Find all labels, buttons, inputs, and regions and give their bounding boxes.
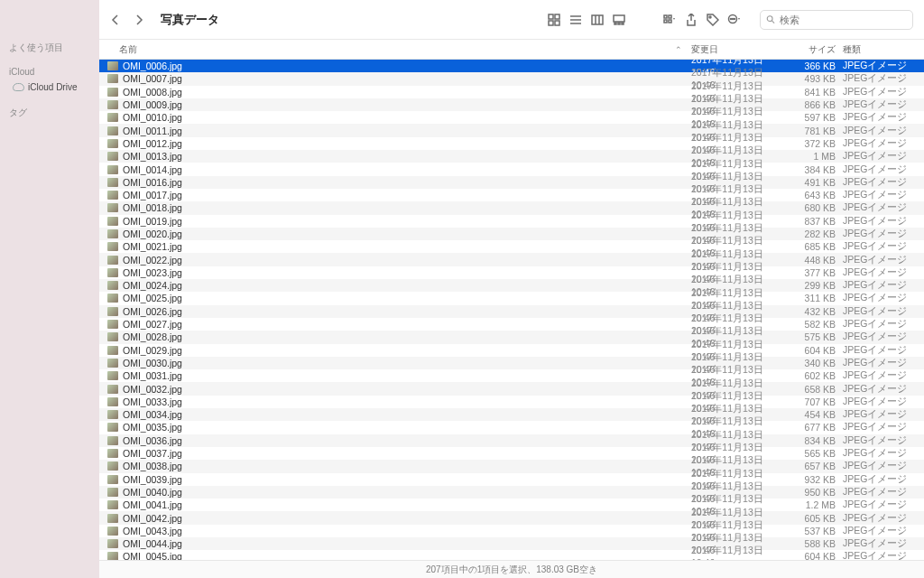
file-row[interactable]: OMI_0030.jpg2017年11月13日 10:46340 KBJPEGイ… [99,357,924,369]
file-row[interactable]: OMI_0031.jpg2017年11月13日 10:46602 KBJPEGイ… [99,369,924,382]
file-row[interactable]: OMI_0028.jpg2017年11月13日 10:46575 KBJPEGイ… [99,331,924,343]
file-row[interactable]: OMI_0016.jpg2017年11月13日 10:46491 KBJPEGイ… [99,176,924,189]
file-row[interactable]: OMI_0027.jpg2017年11月13日 10:46582 KBJPEGイ… [99,318,924,331]
file-row[interactable]: OMI_0026.jpg2017年11月13日 10:46432 KBJPEGイ… [99,305,924,318]
file-row[interactable]: OMI_0042.jpg2017年11月13日 10:46605 KBJPEGイ… [99,511,924,524]
file-size: 781 KB [787,126,843,136]
file-name: OMI_0026.jpg [123,306,691,317]
file-row[interactable]: OMI_0036.jpg2017年11月13日 10:46834 KBJPEGイ… [99,434,924,447]
file-thumb-icon [107,242,118,251]
file-row[interactable]: OMI_0035.jpg2017年11月13日 10:46677 KBJPEGイ… [99,421,924,434]
file-row[interactable]: OMI_0025.jpg2017年11月13日 10:46311 KBJPEGイ… [99,292,924,304]
file-name: OMI_0025.jpg [123,293,691,303]
file-row[interactable]: OMI_0008.jpg2017年11月13日 10:46841 KBJPEGイ… [99,86,924,98]
file-name: OMI_0014.jpg [123,164,691,175]
more-button[interactable] [724,10,745,30]
sidebar-group-icloud: iCloud [9,67,92,77]
svg-point-22 [735,18,735,19]
file-name: OMI_0024.jpg [123,280,691,291]
view-icon-grid-icon[interactable] [543,10,565,30]
sidebar: よく使う項目 iCloud iCloud Drive タグ [0,0,99,578]
file-row[interactable]: OMI_0010.jpg2017年11月13日 10:46597 KBJPEGイ… [99,111,924,124]
file-kind: JPEGイメージ [843,266,924,279]
file-kind: JPEGイメージ [843,163,924,176]
file-size: 588 KB [787,538,843,549]
search-input[interactable] [780,14,907,25]
file-size: 707 KB [787,396,843,407]
file-row[interactable]: OMI_0034.jpg2017年11月13日 10:46454 KBJPEGイ… [99,408,924,421]
view-gallery-icon[interactable] [608,10,630,30]
svg-point-20 [731,18,732,19]
sidebar-item-icloud-drive[interactable]: iCloud Drive [9,80,92,94]
file-row[interactable]: OMI_0041.jpg2017年11月13日 10:461.2 MBJPEGイ… [99,499,924,511]
file-thumb-icon [107,165,118,174]
svg-rect-17 [669,20,671,23]
file-row[interactable]: OMI_0018.jpg2017年11月13日 10:46680 KBJPEGイ… [99,201,924,214]
file-row[interactable]: OMI_0007.jpg2017年11月13日 10:46493 KBJPEGイ… [99,72,924,85]
file-thumb-icon [107,332,118,341]
file-list[interactable]: OMI_0006.jpg2017年11月13日 10:46366 KBJPEGイ… [99,60,924,560]
file-kind: JPEGイメージ [843,421,924,434]
file-name: OMI_0027.jpg [123,319,691,330]
file-row[interactable]: OMI_0032.jpg2017年11月13日 10:46658 KBJPEGイ… [99,382,924,395]
file-row[interactable]: OMI_0044.jpg2017年11月13日 10:46588 KBJPEGイ… [99,537,924,550]
file-size: 605 KB [787,513,843,524]
file-row[interactable]: OMI_0040.jpg2017年11月13日 10:46950 KBJPEGイ… [99,486,924,499]
file-kind: JPEGイメージ [843,215,924,228]
file-row[interactable]: OMI_0014.jpg2017年11月13日 10:46384 KBJPEGイ… [99,163,924,175]
file-thumb-icon [107,385,118,394]
file-date: 2017年11月13日 10:46 [691,545,787,560]
share-button[interactable] [680,10,702,30]
file-row[interactable]: OMI_0039.jpg2017年11月13日 10:46932 KBJPEGイ… [99,473,924,486]
file-row[interactable]: OMI_0033.jpg2017年11月13日 10:46707 KBJPEGイ… [99,396,924,408]
file-kind: JPEGイメージ [843,86,924,98]
header-date[interactable]: 変更日 [691,43,787,56]
group-by-button[interactable] [659,10,680,30]
header-kind[interactable]: 種類 [843,43,924,56]
file-row[interactable]: OMI_0037.jpg2017年11月13日 10:46565 KBJPEGイ… [99,447,924,460]
file-row[interactable]: OMI_0006.jpg2017年11月13日 10:46366 KBJPEGイ… [99,60,924,72]
file-row[interactable]: OMI_0013.jpg2017年11月13日 10:461 MBJPEGイメー… [99,150,924,163]
file-thumb-icon [107,436,118,445]
file-kind: JPEGイメージ [843,447,924,460]
file-row[interactable]: OMI_0017.jpg2017年11月13日 10:46643 KBJPEGイ… [99,189,924,201]
file-size: 493 KB [787,73,843,84]
file-row[interactable]: OMI_0045.jpg2017年11月13日 10:46604 KBJPEGイ… [99,550,924,560]
back-button[interactable] [105,10,126,30]
file-size: 604 KB [787,551,843,560]
svg-point-21 [733,18,734,19]
file-row[interactable]: OMI_0020.jpg2017年11月13日 10:46282 KBJPEGイ… [99,228,924,240]
file-kind: JPEGイメージ [843,305,924,318]
file-thumb-icon [107,191,118,200]
forward-button[interactable] [128,10,150,30]
file-name: OMI_0019.jpg [123,216,691,227]
file-row[interactable]: OMI_0022.jpg2017年11月13日 10:46448 KBJPEGイ… [99,253,924,266]
file-name: OMI_0036.jpg [123,435,691,446]
file-row[interactable]: OMI_0009.jpg2017年11月13日 10:46866 KBJPEGイ… [99,98,924,111]
view-columns-icon[interactable] [587,10,608,30]
file-row[interactable]: OMI_0023.jpg2017年11月13日 10:46377 KBJPEGイ… [99,266,924,279]
status-bar: 207項目中の1項目を選択、138.03 GB空き [99,560,924,578]
file-row[interactable]: OMI_0021.jpg2017年11月13日 10:46685 KBJPEGイ… [99,240,924,253]
file-row[interactable]: OMI_0012.jpg2017年11月13日 10:46372 KBJPEGイ… [99,137,924,150]
file-size: 311 KB [787,293,843,303]
file-size: 432 KB [787,306,843,317]
file-row[interactable]: OMI_0043.jpg2017年11月13日 10:46537 KBJPEGイ… [99,525,924,537]
file-size: 299 KB [787,280,843,291]
header-size[interactable]: サイズ [787,43,843,56]
file-row[interactable]: OMI_0019.jpg2017年11月13日 10:46837 KBJPEGイ… [99,215,924,228]
search-field[interactable] [760,10,913,30]
file-row[interactable]: OMI_0029.jpg2017年11月13日 10:46604 KBJPEGイ… [99,344,924,357]
view-list-icon[interactable] [565,10,587,30]
header-name[interactable]: 名前 ⌃ [119,43,691,56]
file-size: 1 MB [787,151,843,162]
file-thumb-icon [107,410,118,419]
file-kind: JPEGイメージ [843,125,924,137]
tags-button[interactable] [702,10,724,30]
file-name: OMI_0038.jpg [123,461,691,471]
file-row[interactable]: OMI_0024.jpg2017年11月13日 10:46299 KBJPEGイ… [99,279,924,292]
file-row[interactable]: OMI_0038.jpg2017年11月13日 10:46657 KBJPEGイ… [99,460,924,472]
file-row[interactable]: OMI_0011.jpg2017年11月13日 10:46781 KBJPEGイ… [99,124,924,136]
file-name: OMI_0044.jpg [123,538,691,549]
file-kind: JPEGイメージ [843,111,924,124]
